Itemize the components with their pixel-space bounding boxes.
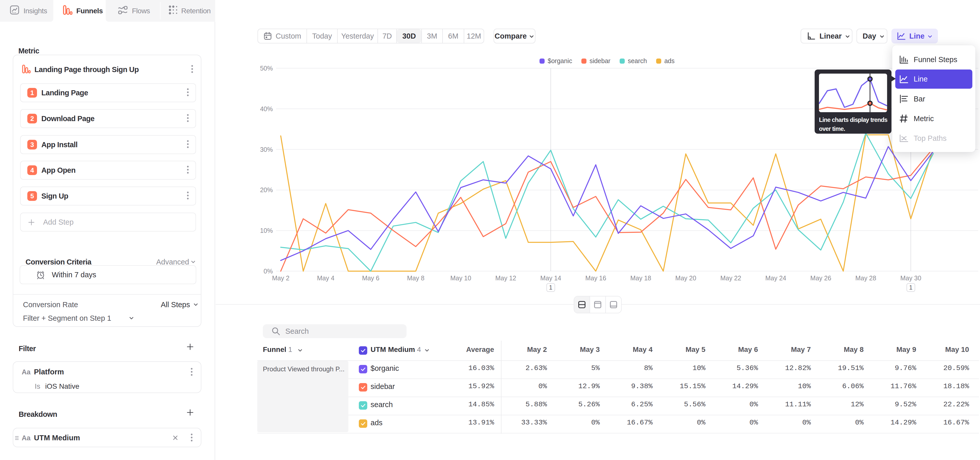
svg-text:May 6: May 6 (362, 275, 380, 282)
svg-text:40%: 40% (260, 105, 273, 112)
svg-text:May 2: May 2 (272, 275, 290, 282)
svg-text:0%: 0% (264, 268, 273, 275)
svg-text:May 22: May 22 (720, 275, 741, 282)
svg-text:20%: 20% (260, 186, 273, 193)
svg-text:May 30: May 30 (900, 275, 921, 282)
svg-text:May 8: May 8 (407, 275, 425, 282)
svg-text:50%: 50% (260, 65, 273, 72)
svg-text:May 12: May 12 (495, 275, 516, 282)
svg-text:May 26: May 26 (810, 275, 831, 282)
svg-text:May 10: May 10 (450, 275, 471, 282)
svg-text:May 4: May 4 (317, 275, 334, 282)
svg-text:May 18: May 18 (630, 275, 651, 282)
svg-text:May 24: May 24 (765, 275, 786, 282)
svg-text:May 28: May 28 (855, 275, 876, 282)
svg-text:10%: 10% (260, 227, 273, 234)
svg-text:May 14: May 14 (540, 275, 561, 282)
svg-text:May 20: May 20 (675, 275, 696, 282)
svg-text:30%: 30% (260, 146, 273, 153)
svg-text:May 16: May 16 (585, 275, 606, 282)
